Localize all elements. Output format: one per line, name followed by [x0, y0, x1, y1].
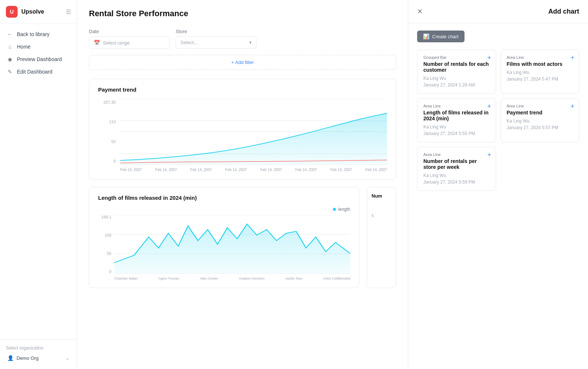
- date-filter-group: Date 📅 Select range: [89, 29, 170, 49]
- chart-title: Payment trend: [98, 86, 387, 93]
- chart-list-item[interactable]: Area Line Payment trend Ka Ling Wu Janua…: [501, 98, 580, 142]
- x-axis-label: Feb 14, 2007: [260, 168, 282, 172]
- add-chart-button[interactable]: +: [487, 54, 491, 61]
- add-chart-button[interactable]: +: [487, 103, 491, 110]
- chart-list-item[interactable]: Area Line Number of rentals per store pe…: [417, 147, 496, 191]
- date-placeholder: Select range: [103, 40, 130, 46]
- sidebar-item-home[interactable]: ⌂ Home: [3, 41, 74, 53]
- chart-list-title: Number of rentals per store per week: [423, 158, 490, 170]
- y-axis-label: 207.35: [98, 100, 116, 104]
- chart-type-label: Grouped Bar: [423, 55, 490, 60]
- add-filter-button[interactable]: + Add filter: [89, 55, 396, 70]
- chart-icon: 📊: [423, 33, 429, 39]
- right-panel: ✕ Add chart 📊 Create chart Grouped Bar N…: [408, 0, 588, 369]
- store-label: Store: [176, 29, 257, 34]
- panel-title: Add chart: [548, 8, 579, 15]
- add-chart-button[interactable]: +: [570, 54, 574, 61]
- chart-meta: Ka Ling Wu January 27, 2024 1:28 AM: [423, 75, 490, 88]
- calendar-icon: 📅: [94, 40, 100, 46]
- chart-list-item[interactable]: Area Line Films with most actors Ka Ling…: [501, 50, 580, 94]
- y-axis-label: 0: [98, 269, 111, 274]
- sidebar-logo: U Upsolve ☰: [0, 0, 77, 24]
- chart-list-item[interactable]: Grouped Bar Number of rentals for each c…: [417, 50, 496, 94]
- sidebar-item-edit[interactable]: ✎ Edit Dashboard: [3, 66, 74, 78]
- chart-list-title: Payment trend: [507, 110, 573, 116]
- y-axis-label: 100: [98, 233, 111, 237]
- sidebar-item-back[interactable]: ← Back to library: [3, 28, 74, 40]
- chart-type-label: Area Line: [423, 152, 490, 157]
- org-selector[interactable]: 👤 Demo Org ⌄: [6, 353, 71, 363]
- y-axis-partial: 5: [372, 213, 391, 218]
- chart-type-label: Area Line: [507, 104, 573, 108]
- y-axis-label: 55: [98, 139, 116, 144]
- chart-list-title: Number of rentals for each customer: [423, 61, 490, 73]
- add-chart-button[interactable]: +: [487, 152, 491, 158]
- y-axis-label: 199.1: [98, 215, 111, 219]
- org-section-label: Select organization: [6, 345, 71, 351]
- y-axis-label: 50: [98, 251, 111, 256]
- x-axis-label: Feb 14, 2007: [190, 168, 212, 172]
- sidebar-item-label: Preview Dashboard: [17, 56, 62, 62]
- chart-meta: Ka Ling Wu January 27, 2024 5:59 PM: [423, 172, 490, 185]
- chart-list-item[interactable]: Area Line Length of films released in 20…: [417, 98, 496, 142]
- chart-cards-grid: Grouped Bar Number of rentals for each c…: [417, 50, 579, 191]
- sidebar-bottom: Select organization 👤 Demo Org ⌄: [0, 339, 77, 369]
- home-icon: ⌂: [7, 44, 13, 50]
- chart-title: Num: [372, 193, 391, 199]
- sidebar-item-label: Back to library: [17, 31, 50, 37]
- date-label: Date: [89, 29, 170, 34]
- app-logo-icon: U: [6, 6, 18, 18]
- add-chart-button[interactable]: +: [570, 103, 574, 110]
- create-chart-button[interactable]: 📊 Create chart: [417, 31, 465, 42]
- main-content: Rental Store Performance Date 📅 Select r…: [77, 0, 408, 369]
- app-name: Upsolve: [21, 8, 44, 15]
- sidebar-toggle-icon[interactable]: ☰: [66, 8, 71, 15]
- store-placeholder: Select...: [180, 40, 198, 45]
- legend-label: length: [338, 207, 350, 212]
- x-axis-label: Artist Coldblooded: [323, 277, 350, 280]
- chart-meta: Ka Ling Wu January 27, 2024 5:55 PM: [423, 124, 490, 137]
- close-button[interactable]: ✕: [417, 7, 423, 15]
- date-range-input[interactable]: 📅 Select range: [89, 36, 170, 49]
- x-axis-label: Analyze Hoosiers: [239, 277, 265, 280]
- create-chart-label: Create chart: [432, 34, 459, 39]
- org-name: Demo Org: [17, 355, 39, 361]
- y-axis-label: 0: [98, 159, 116, 163]
- sidebar: U Upsolve ☰ ← Back to library ⌂ Home ◉ P…: [0, 0, 77, 369]
- sidebar-item-label: Home: [17, 44, 31, 50]
- x-axis-label: Feb 14, 2007: [330, 168, 352, 172]
- x-axis-label: Feb 14, 2007: [295, 168, 317, 172]
- x-axis-label: Alien Center: [200, 277, 218, 280]
- payment-trend-chart: Payment trend 207.35 110 55 0: [89, 79, 396, 180]
- x-axis-label: Feb 14, 2007: [120, 168, 142, 172]
- length-films-svg: [114, 215, 350, 274]
- sidebar-item-label: Edit Dashboard: [17, 69, 53, 75]
- x-axis-label: Agent Truman: [158, 277, 179, 280]
- panel-header: ✕ Add chart: [408, 0, 588, 23]
- edit-icon: ✎: [7, 69, 13, 75]
- num-rentals-chart: Num 5: [367, 187, 396, 288]
- store-filter-group: Store Select... ▾: [176, 29, 257, 49]
- sidebar-nav: ← Back to library ⌂ Home ◉ Preview Dashb…: [0, 24, 77, 339]
- payment-trend-svg: [120, 99, 387, 165]
- filters-row: Date 📅 Select range Store Select... ▾: [89, 29, 396, 49]
- chart-meta: Ka Ling Wu January 27, 2024 5:47 PM: [507, 69, 573, 82]
- bottom-charts-row: Length of films released in 2024 (min) l…: [89, 187, 396, 288]
- chart-title: Length of films released in 2024 (min): [98, 195, 350, 201]
- org-user-icon: 👤: [7, 355, 14, 361]
- legend-dot: [333, 208, 336, 211]
- page-title: Rental Store Performance: [89, 9, 396, 18]
- store-select[interactable]: Select... ▾: [176, 36, 257, 49]
- chevron-down-icon: ⌄: [65, 355, 69, 361]
- y-axis-label: 110: [98, 120, 116, 124]
- chevron-down-icon: ▾: [249, 40, 252, 45]
- x-axis-label: Apollo Teen: [285, 277, 302, 280]
- back-icon: ←: [7, 31, 13, 37]
- x-axis-label: Feb 14, 2007: [155, 168, 177, 172]
- chart-type-label: Area Line: [507, 55, 573, 60]
- length-films-chart: Length of films released in 2024 (min) l…: [89, 187, 359, 288]
- x-axis-label: Feb 14, 2007: [365, 168, 387, 172]
- chart-list-title: Length of films released in 2024 (min): [423, 110, 490, 121]
- x-axis-label: Feb 14, 2007: [225, 168, 247, 172]
- sidebar-item-preview[interactable]: ◉ Preview Dashboard: [3, 53, 74, 65]
